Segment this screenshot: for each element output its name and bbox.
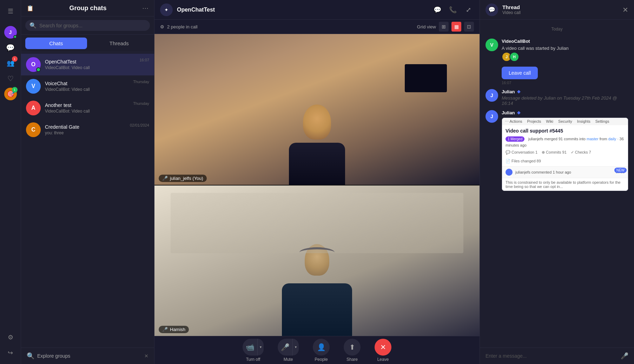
- nav-favorites[interactable]: ♡: [4, 72, 18, 86]
- mic-icon-top: 🎤: [162, 176, 168, 181]
- phone-icon-btn[interactable]: 📞: [447, 4, 458, 15]
- stat-files: 📄 Files changed 89: [506, 159, 541, 163]
- chat-item[interactable]: C Credential Gate you: three 02/01/2024: [21, 119, 154, 141]
- mic-btn[interactable]: 🎤: [621, 352, 628, 360]
- leave-control[interactable]: ✕ Leave: [375, 339, 391, 362]
- chat-item[interactable]: A Another test VideoCallBot: Video call …: [21, 97, 154, 119]
- leave-icon-btn: ✕: [375, 339, 391, 356]
- settings-icon: ⚙: [8, 333, 13, 341]
- turn-off-arrow-btn[interactable]: ▾: [257, 339, 264, 356]
- sidebar-more-icon[interactable]: ⋯: [142, 4, 148, 12]
- badge-1: 1: [12, 87, 18, 93]
- view-btn-other[interactable]: ⊡: [464, 22, 474, 32]
- participant-avatars: J H: [502, 52, 628, 62]
- mute-control: 🎤 ▾ Mute: [278, 339, 299, 362]
- logout-icon: ↪: [8, 349, 13, 357]
- card-top-bar: ⋯ Actions Projects Wiki Security Insight…: [502, 118, 628, 125]
- close-explore-icon[interactable]: ✕: [144, 353, 148, 359]
- card-projects: Projects: [527, 119, 541, 123]
- message-input[interactable]: [486, 353, 617, 359]
- mute-main-btn[interactable]: 🎤: [278, 339, 292, 356]
- share-icon: ⬆: [349, 343, 355, 351]
- chat-item[interactable]: O OpenChatTest VideoCallBot: Video call …: [21, 54, 154, 75]
- sender-name-julian2: Julian: [502, 110, 515, 115]
- card-overlay: julianjefs commented 1 hour ago 16:11 Th…: [502, 166, 628, 191]
- turn-off-label: Turn off: [246, 357, 260, 362]
- tab-threads[interactable]: Threads: [88, 38, 150, 49]
- card-stats: 💬 Conversation 1 ⊕ Commits 91 ✓ Checks 7…: [506, 150, 625, 163]
- leave-call-btn[interactable]: Leave call: [502, 67, 538, 79]
- new-badge: NEW: [614, 168, 627, 173]
- explore-label: Explore groups: [37, 353, 70, 359]
- msg-avatar-julian2: J: [486, 110, 498, 123]
- close-thread-btn[interactable]: ✕: [622, 6, 628, 14]
- mute-label: Mute: [284, 357, 293, 362]
- turn-off-split: 📹 ▾: [243, 339, 264, 356]
- stat-commits: ⊕ Commits 91: [542, 150, 567, 155]
- search-icon: 🔍: [29, 22, 37, 29]
- chat-time: 16:07: [139, 58, 149, 62]
- thread-title-wrap: Thread Video call: [502, 4, 618, 15]
- camera-icon: 📹: [246, 343, 255, 351]
- share-control[interactable]: ⬆ Share: [344, 339, 361, 362]
- chat-avatar: A: [26, 101, 41, 115]
- nav-groups[interactable]: 👥 1: [4, 56, 18, 70]
- turn-off-main-btn[interactable]: 📹: [243, 339, 257, 356]
- nav-settings[interactable]: ⚙: [4, 330, 18, 344]
- search-input[interactable]: [39, 23, 146, 28]
- expand-icon-btn[interactable]: ⤢: [463, 4, 474, 15]
- settings-call-icon[interactable]: ⚙: [160, 24, 164, 29]
- msg-avatar-julian: J: [486, 89, 498, 102]
- sidebar-title: Group chats: [69, 5, 106, 12]
- video-user-bottom: Hamish: [170, 327, 185, 332]
- participant-av-2: H: [509, 52, 519, 62]
- nav-chat[interactable]: 💬: [4, 41, 18, 55]
- sender-name: VideoCallBot: [502, 39, 530, 44]
- search-bar: 🔍: [21, 16, 154, 35]
- thread-input: 🎤: [480, 348, 634, 364]
- chat-info: OpenChatTest VideoCallBot: Video call: [45, 59, 149, 70]
- card-wiki: Wiki: [546, 119, 553, 123]
- message-row-card: J Julian ◆ ⋯ Actions Projects Wiki Secur…: [486, 110, 628, 191]
- menu-icon[interactable]: ☰: [4, 4, 18, 18]
- online-dot: [13, 35, 17, 39]
- video-controls: 📹 ▾ Turn off 🎤 ▾ Mute 👤 People: [154, 336, 480, 364]
- thread-panel: 💬 Thread Video call ✕ Today V VideoCallB…: [480, 0, 634, 364]
- nav-logout[interactable]: ↪: [4, 346, 18, 360]
- call-info-bar: ⚙ 2 people in call Grid view ⊞ ▦ ⊡: [154, 20, 480, 34]
- sidebar-header: 📋 Group chats ⋯: [21, 0, 154, 16]
- card-body: Video call support #5445 1 Merged julian…: [502, 125, 628, 166]
- msg-avatar-bot: V: [486, 39, 498, 51]
- view-btn-square[interactable]: ⊞: [439, 22, 449, 32]
- tabs: Chats Threads: [21, 35, 154, 52]
- tab-chats[interactable]: Chats: [25, 38, 87, 49]
- verified-icon: ◆: [517, 89, 520, 94]
- message-row-deleted: J Julian ◆ Message deleted by Julian on …: [486, 89, 628, 106]
- thread-avatar: 💬: [486, 4, 498, 16]
- msg-sender: VideoCallBot: [502, 39, 628, 44]
- chat-time: Thursday: [133, 80, 149, 84]
- card-user-avatar: [506, 169, 513, 176]
- share-label: Share: [346, 357, 358, 362]
- chat-name: OpenChatTest: [45, 59, 149, 65]
- search-input-wrap: 🔍: [25, 20, 150, 31]
- explore-groups[interactable]: 🔍 Explore groups ✕: [21, 348, 154, 364]
- leave-icon: ✕: [380, 343, 386, 351]
- people-label: People: [315, 357, 328, 362]
- people-control[interactable]: 👤 People: [313, 339, 330, 362]
- user-avatar[interactable]: J: [4, 25, 18, 39]
- view-btn-grid[interactable]: ▦: [451, 22, 461, 32]
- mic-icon-bottom: 🎤: [162, 327, 168, 332]
- card-preview[interactable]: ⋯ Actions Projects Wiki Security Insight…: [502, 117, 628, 191]
- message-icon-btn[interactable]: 💬: [432, 4, 443, 15]
- people-icon: 👤: [317, 343, 326, 351]
- message-row: V VideoCallBot A video call was started …: [486, 39, 628, 85]
- msg-sender-julian: Julian ◆: [502, 89, 628, 94]
- chat-item[interactable]: V VoiceChat VideoCallBot: Video call Thu…: [21, 75, 154, 97]
- thread-header: 💬 Thread Video call ✕: [480, 0, 634, 20]
- mute-icon: 🎤: [281, 343, 290, 351]
- thread-subtitle: Video call: [502, 10, 618, 15]
- msg-content-card: Julian ◆ ⋯ Actions Projects Wiki Securit…: [502, 110, 628, 191]
- nav-avatar2[interactable]: 🎯 1: [4, 87, 18, 101]
- mute-arrow-btn[interactable]: ▾: [292, 339, 299, 356]
